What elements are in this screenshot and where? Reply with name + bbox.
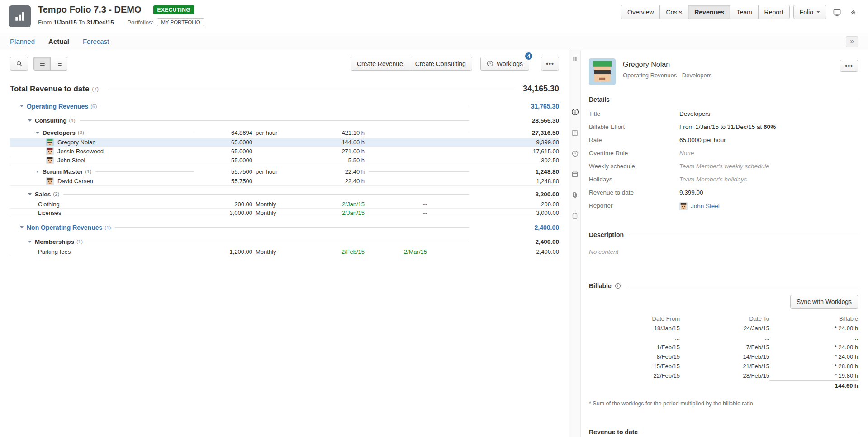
calendar-tab-icon[interactable] xyxy=(570,170,579,179)
panel-more-actions-button[interactable]: ••• xyxy=(840,60,858,72)
worklogs-button[interactable]: Worklogs xyxy=(480,57,529,71)
detail-field-revenue-to-date: Revenue to date9,399.00 xyxy=(589,189,858,196)
cell-suffix: Monthly xyxy=(252,201,286,208)
tree-row-developers[interactable]: Developers(3)64.8694per hour421.10 h27,3… xyxy=(10,127,559,138)
nav-tab-report[interactable]: Report xyxy=(758,5,790,19)
section-rule xyxy=(615,100,858,100)
flat-list-view-button[interactable] xyxy=(33,57,51,71)
tree-row-clothing[interactable]: Clothing200.00Monthly2/Jan/15--200.00 xyxy=(10,200,559,209)
nav-tab-revenues[interactable]: Revenues xyxy=(688,5,730,19)
view-tab-forecast[interactable]: Forecast xyxy=(83,38,109,45)
tree-row-sales[interactable]: Sales(2)3,200.00 xyxy=(10,188,559,200)
info-tab-icon[interactable] xyxy=(570,107,580,117)
folio-meta: From 1/Jan/15 To 31/Dec/15 Portfolios: M… xyxy=(38,18,204,26)
field-label: Title xyxy=(589,110,679,118)
header-right: OverviewCostsRevenuesTeamReport Folio xyxy=(621,5,859,33)
tree-row-john-steel[interactable]: John Steel55.00005.50 h302.50 xyxy=(10,156,559,165)
tree-row-david-carsen[interactable]: David Carsen55.750022.40 h1,248.80 xyxy=(10,177,559,186)
notes-tab-icon[interactable] xyxy=(570,128,579,138)
worklogs-wrap: Worklogs 4 xyxy=(480,57,529,71)
row-label-zone: Memberships(1) xyxy=(10,238,83,245)
nav-tab-overview[interactable]: Overview xyxy=(621,5,660,19)
title-block: Tempo Folio 7.3 - DEMO EXECUTING From 1/… xyxy=(38,0,204,33)
billable-cell: 8/Feb/15 xyxy=(601,352,680,361)
expand-panel-icon[interactable]: » xyxy=(846,36,858,47)
expand-caret-icon[interactable] xyxy=(20,226,24,228)
expand-caret-icon[interactable] xyxy=(28,119,32,122)
info-icon xyxy=(615,283,621,289)
clock-tab-icon[interactable] xyxy=(571,149,579,158)
detail-panel: Gregory Nolan Operating Revenues - Devel… xyxy=(581,50,868,437)
leader-line xyxy=(64,204,194,204)
sync-with-worklogs-button[interactable]: Sync with Worklogs xyxy=(790,295,858,309)
expand-caret-icon[interactable] xyxy=(36,132,39,134)
row-label: Licenses xyxy=(38,209,61,216)
person-info: Gregory Nolan Operating Revenues - Devel… xyxy=(623,58,840,79)
cell-amt: 2,400.00 xyxy=(473,224,559,231)
row-label: Clothing xyxy=(38,201,60,208)
cell-c3: 2/Feb/15 xyxy=(286,248,365,255)
field-value: Team Member's holidays xyxy=(679,176,747,183)
view-tab-bar: PlannedActualForecast » xyxy=(0,33,868,50)
create-buttons: Create Revenue Create Consulting xyxy=(351,57,472,71)
tree-row-memberships[interactable]: Memberships(1)2,400.00 xyxy=(10,236,559,247)
create-revenue-button[interactable]: Create Revenue xyxy=(351,57,409,71)
tree-row-parking-fees[interactable]: Parking fees1,200.00Monthly2/Feb/152/Mar… xyxy=(10,247,559,256)
billable-cell: 21/Feb/15 xyxy=(680,361,769,371)
clock-icon xyxy=(487,60,493,67)
create-consulting-button[interactable]: Create Consulting xyxy=(409,57,472,71)
folio-menu-button[interactable]: Folio xyxy=(793,5,826,19)
nav-tab-team[interactable]: Team xyxy=(730,5,758,19)
cell-amt: 27,316.50 xyxy=(473,129,559,136)
search-button[interactable] xyxy=(10,57,28,71)
attachment-tab-icon[interactable] xyxy=(570,190,579,200)
billable-cell: ... xyxy=(680,333,769,342)
view-tab-planned[interactable]: Planned xyxy=(10,38,35,45)
cell-c4: -- xyxy=(365,209,432,216)
avatar xyxy=(46,177,54,185)
field-value: None xyxy=(679,150,694,157)
field-label: Weekly schedule xyxy=(589,163,679,170)
row-label-zone: Licenses xyxy=(10,209,61,216)
tree-row-operating-revenues[interactable]: Operating Revenues(6)31,765.30 xyxy=(10,100,559,112)
view-tab-actual[interactable]: Actual xyxy=(48,38,69,45)
panel-tab-strip-wrap xyxy=(569,50,581,437)
expand-caret-icon[interactable] xyxy=(20,105,24,107)
tree-row-licenses[interactable]: Licenses3,000.00Monthly2/Jan/15--3,000.0… xyxy=(10,209,559,217)
app-header: Tempo Folio 7.3 - DEMO EXECUTING From 1/… xyxy=(0,0,868,33)
tree-row-gregory-nolan[interactable]: Gregory Nolan65.0000144.60 h9,399.00 xyxy=(10,138,559,147)
row-count: (1) xyxy=(76,239,83,244)
presentation-mode-icon[interactable] xyxy=(831,6,843,19)
row-count: (6) xyxy=(90,104,97,109)
leader-line xyxy=(65,213,194,213)
leader-line xyxy=(80,120,469,121)
description-heading: Description xyxy=(589,231,624,238)
tree-row-non-operating-revenues[interactable]: Non Operating Revenues(1)2,400.00 xyxy=(10,221,559,233)
leader-line xyxy=(87,242,469,242)
more-actions-button[interactable]: ••• xyxy=(541,57,559,71)
cell-amt: 28,565.30 xyxy=(473,117,559,124)
section-rule xyxy=(643,432,858,432)
tree-row-scrum-master[interactable]: Scrum Master(1)55.7500per hour22.40 h1,2… xyxy=(10,166,559,177)
billable-heading: Billable xyxy=(589,282,612,290)
clipboard-tab-icon[interactable] xyxy=(570,211,579,220)
leader-line xyxy=(106,89,516,89)
expand-caret-icon[interactable] xyxy=(28,241,32,243)
total-revenue-row: Total Revenue to date (7) 34,165.30 xyxy=(10,84,559,94)
expand-caret-icon[interactable] xyxy=(36,171,39,173)
tree-row-consulting[interactable]: Consulting(4)28,565.30 xyxy=(10,114,559,126)
collapse-header-icon[interactable] xyxy=(848,6,859,18)
cell-rate: 55.7500 xyxy=(198,178,252,185)
tree-row-jessie-rosewood[interactable]: Jessie Rosewood65.0000271.00 h17,615.00 xyxy=(10,147,559,156)
cell-rate: 65.0000 xyxy=(198,148,252,155)
reporter-link[interactable]: John Steel xyxy=(691,203,720,210)
cell-rate: 200.00 xyxy=(198,201,252,208)
portfolio-lozenge[interactable]: MY PORTFOLIO xyxy=(157,18,204,26)
status-badge: EXECUTING xyxy=(153,5,195,14)
folio-menu-label: Folio xyxy=(800,9,813,16)
panel-resize-handle[interactable] xyxy=(572,56,578,64)
grouped-list-view-button[interactable] xyxy=(50,57,67,71)
leader-line xyxy=(115,227,469,228)
nav-tab-costs[interactable]: Costs xyxy=(659,5,688,19)
expand-caret-icon[interactable] xyxy=(28,193,32,195)
